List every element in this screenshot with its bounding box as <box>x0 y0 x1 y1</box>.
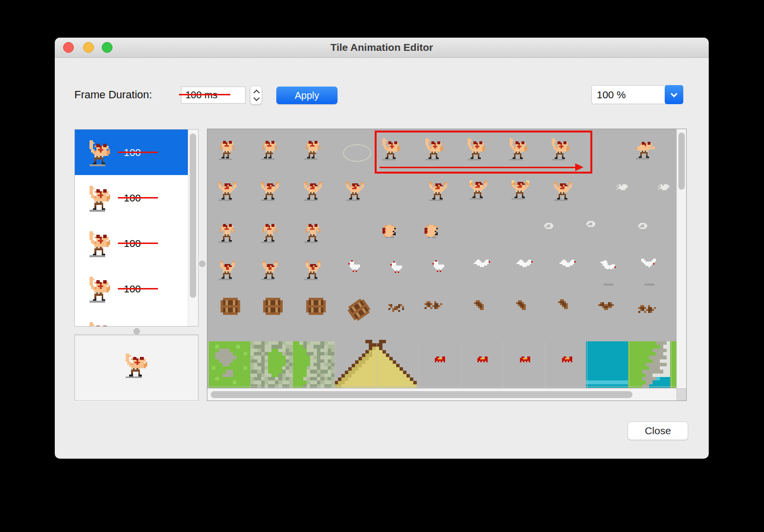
grid-line <box>377 341 377 388</box>
zoom-level-combobox[interactable]: 100 % <box>591 85 683 104</box>
duration-strikethrough-annotation <box>118 197 158 199</box>
close-button[interactable]: Close <box>628 421 688 440</box>
duration-strikethrough-annotation <box>118 243 158 244</box>
grid-line <box>545 341 545 388</box>
frame-list-scrollbar[interactable] <box>188 130 198 326</box>
frame-duration-stepper[interactable] <box>250 86 262 105</box>
grid-line <box>335 341 335 388</box>
window-title: Tile Animation Editor <box>55 38 709 57</box>
frame-list-item[interactable]: 100 <box>75 221 188 266</box>
frame-duration-label: Frame Duration: <box>74 89 152 101</box>
grid-line <box>629 341 629 388</box>
frame-thumbnail-sprite <box>88 186 112 212</box>
apply-button[interactable]: Apply <box>276 87 337 104</box>
grid-line <box>587 341 587 388</box>
grid-line <box>208 386 676 387</box>
stepper-down-icon[interactable] <box>253 95 260 101</box>
grid-line <box>503 341 503 388</box>
grid-line <box>461 341 461 388</box>
grid-line <box>208 341 209 388</box>
tileset-view[interactable] <box>207 129 687 401</box>
grid-line <box>292 341 293 388</box>
vertical-splitter-handle[interactable] <box>199 261 205 267</box>
grid-line <box>671 341 672 388</box>
chevron-down-icon <box>671 90 677 97</box>
frame-thumbnail-sprite <box>88 277 112 303</box>
frame-list-item[interactable]: 100 <box>75 266 188 311</box>
frame-list-item[interactable]: 100 <box>75 175 188 221</box>
title-bar[interactable]: Tile Animation Editor <box>55 38 709 58</box>
frame-thumbnail-sprite <box>88 231 112 257</box>
frame-duration-strikethrough-annotation <box>179 94 230 95</box>
tile-animation-editor-window: Tile Animation Editor Frame Duration: Ap… <box>55 38 709 459</box>
duration-strikethrough-annotation <box>118 288 158 289</box>
duration-strikethrough-annotation <box>118 152 158 153</box>
frame-list-item[interactable]: 100 <box>75 130 188 175</box>
horizontal-splitter-handle[interactable] <box>134 328 140 334</box>
tileset-grid-lines <box>207 129 686 400</box>
grid-line <box>419 341 419 388</box>
animation-preview <box>74 334 199 401</box>
frame-thumbnail-sprite <box>88 140 112 166</box>
grid-line <box>250 341 251 388</box>
frame-list[interactable]: 100100100100 <box>74 129 199 327</box>
frame-list-item[interactable] <box>75 311 188 327</box>
frame-list-scrollbar-thumb[interactable] <box>190 133 196 298</box>
zoom-level-value: 100 % <box>597 86 626 104</box>
frame-thumbnail-sprite <box>88 322 112 327</box>
zoom-dropdown-button[interactable] <box>665 85 683 104</box>
frame-list-items: 100100100100 <box>75 130 198 327</box>
animation-preview-sprite <box>124 354 149 378</box>
